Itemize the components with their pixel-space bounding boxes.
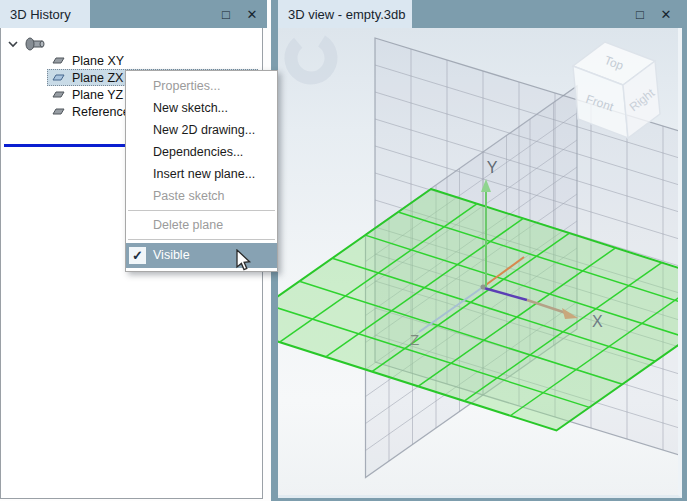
history-titlebar[interactable]: 3D History □ ✕ xyxy=(0,0,267,28)
mouse-cursor xyxy=(235,249,253,273)
plane-icon xyxy=(50,55,67,66)
menu-item-insert-new-plane[interactable]: Insert new plane... xyxy=(126,163,277,185)
tree-item-label: Plane ZX xyxy=(72,71,123,85)
y-axis-label: Y xyxy=(487,159,498,176)
menu-separator xyxy=(128,239,275,240)
plane-icon xyxy=(50,106,67,117)
part-root-icon xyxy=(24,36,46,51)
maximize-button[interactable]: □ xyxy=(627,3,653,25)
menu-item-visible[interactable]: ✓ Visible xyxy=(126,243,277,268)
plane-icon-selected xyxy=(50,72,67,83)
history-panel-title: 3D History xyxy=(10,7,71,22)
app-window: 3D History □ ✕ xyxy=(0,0,687,501)
scene-3d[interactable]: Top Front Right X Y Z xyxy=(278,28,678,495)
menu-item-delete-plane[interactable]: Delete plane xyxy=(126,214,277,236)
view3d-panel: 3D view - empty.3db □ ✕ Top Front xyxy=(271,0,687,501)
menu-item-dependencies[interactable]: Dependencies... xyxy=(126,141,277,163)
tree-item-label: Plane YZ xyxy=(72,88,123,102)
origin-point xyxy=(481,285,486,290)
menu-item-new-sketch[interactable]: New sketch... xyxy=(126,97,277,119)
chevron-down-icon[interactable] xyxy=(7,39,19,49)
menu-separator xyxy=(128,210,275,211)
tree-root-row[interactable] xyxy=(1,35,262,52)
view3d-titlebar[interactable]: 3D view - empty.3db □ ✕ xyxy=(271,0,687,28)
menu-item-properties[interactable]: Properties... xyxy=(126,75,277,97)
checkmark-icon: ✓ xyxy=(129,247,146,264)
plane-icon xyxy=(50,89,67,100)
view3d-tab[interactable]: 3D view - empty.3db xyxy=(278,0,412,28)
history-tab[interactable]: 3D History xyxy=(0,0,90,28)
x-axis-label: X xyxy=(592,313,603,330)
close-button[interactable]: ✕ xyxy=(239,3,265,25)
maximize-button[interactable]: □ xyxy=(213,3,239,25)
close-button[interactable]: ✕ xyxy=(653,3,679,25)
viewport-3d[interactable]: Top Front Right X Y Z xyxy=(278,28,682,498)
orbit-ring-icon[interactable] xyxy=(283,30,338,85)
tree-item-label: Plane XY xyxy=(72,54,124,68)
tree-item-label: Reference xyxy=(72,105,130,119)
z-axis-label: Z xyxy=(410,331,419,348)
menu-item-label: Visible xyxy=(153,243,190,268)
tree-item-plane-xy[interactable]: Plane XY xyxy=(1,52,262,69)
menu-item-paste-sketch[interactable]: Paste sketch xyxy=(126,185,277,207)
context-menu: Properties... New sketch... New 2D drawi… xyxy=(125,70,278,272)
view3d-panel-title: 3D view - empty.3db xyxy=(288,7,406,22)
menu-item-new-2d-drawing[interactable]: New 2D drawing... xyxy=(126,119,277,141)
